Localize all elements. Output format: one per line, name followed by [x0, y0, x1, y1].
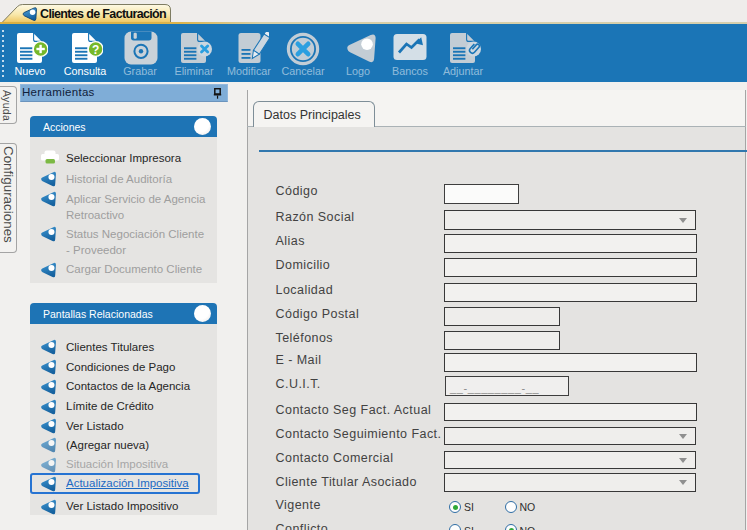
- svg-text:?: ?: [92, 43, 99, 57]
